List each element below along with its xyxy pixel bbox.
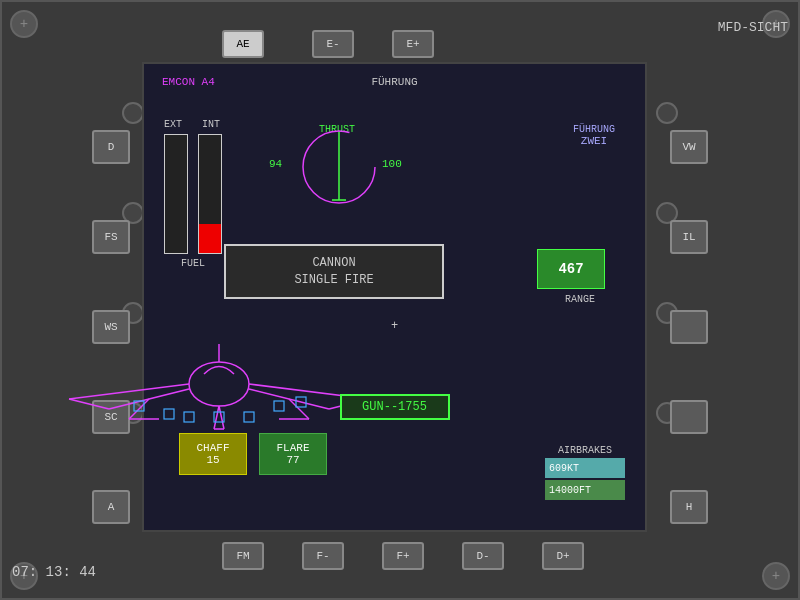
thrust-area: 94 THRUST 100 <box>264 112 414 217</box>
btn-r3[interactable] <box>670 310 708 344</box>
flare-value: 77 <box>286 454 299 466</box>
svg-line-7 <box>69 384 189 399</box>
thrust-svg: 94 THRUST 100 <box>264 112 414 212</box>
chaff-value: 15 <box>206 454 219 466</box>
chaff-box: CHAFF 15 <box>179 433 247 475</box>
emcon-label: EMCON A4 <box>162 76 215 88</box>
alt-box: 14000FT <box>545 480 625 500</box>
fuel-gauge-int <box>198 134 222 254</box>
altitude-value: 14000FT <box>549 485 591 496</box>
range-box: 467 <box>537 249 605 289</box>
svg-line-18 <box>214 406 219 429</box>
btn-d[interactable]: D <box>92 130 130 164</box>
screw-br <box>762 562 790 590</box>
fuel-gauges <box>164 134 222 254</box>
speed-value: 609KT <box>549 463 579 474</box>
svg-rect-25 <box>244 412 254 422</box>
fuhrung-top-label: FÜHRUNG <box>371 76 417 88</box>
chaff-label: CHAFF <box>196 442 229 454</box>
btn-r4[interactable] <box>670 400 708 434</box>
btn-ae[interactable]: AE <box>222 30 264 58</box>
flare-box: FLARE 77 <box>259 433 327 475</box>
btn-fminus[interactable]: F- <box>302 542 344 570</box>
svg-text:94: 94 <box>269 158 283 170</box>
btn-h[interactable]: H <box>670 490 708 524</box>
fuel-fill-red <box>199 224 221 254</box>
fuhrung-right-value: ZWEI <box>573 135 615 147</box>
fuel-area: EXT INT FUEL <box>164 119 222 269</box>
range-value: 467 <box>558 261 583 277</box>
screw-tl <box>10 10 38 38</box>
int-label: INT <box>202 119 220 130</box>
aircraft-svg <box>49 329 389 449</box>
cannon-box: CANNON SINGLE FIRE <box>224 244 444 299</box>
btn-il[interactable]: IL <box>670 220 708 254</box>
cannon-line1: CANNON <box>312 256 355 270</box>
fuhrung-right: FÜHRUNG ZWEI <box>573 124 615 147</box>
btn-dminus[interactable]: D- <box>462 542 504 570</box>
speed-box: 609KT <box>545 458 625 478</box>
crosshair: + <box>388 319 402 333</box>
fuel-labels: EXT INT <box>164 119 222 130</box>
btn-fs[interactable]: FS <box>92 220 130 254</box>
clock-display: 07: 13: 44 <box>12 564 96 580</box>
btn-a[interactable]: A <box>92 490 130 524</box>
bezel: MFD-SICHT 07: 13: 44 AE E- E+ D FS WS SC… <box>0 0 800 600</box>
screen-content: EMCON A4 FÜHRUNG EXT INT FUEL <box>144 64 645 530</box>
btn-eminus[interactable]: E- <box>312 30 354 58</box>
airbrakes-area: AIRBRAKES 609KT 14000FT <box>545 445 625 500</box>
mfd-title: MFD-SICHT <box>718 20 788 35</box>
gun-box: GUN--1755 <box>340 394 450 420</box>
fuhrung-right-label: FÜHRUNG <box>573 124 615 135</box>
svg-text:100: 100 <box>382 158 402 170</box>
cannon-line2: SINGLE FIRE <box>294 273 373 287</box>
flare-label: FLARE <box>276 442 309 454</box>
svg-point-6 <box>189 362 249 406</box>
bezel-circle <box>122 102 144 124</box>
bezel-circle <box>656 102 678 124</box>
svg-rect-22 <box>164 409 174 419</box>
svg-rect-26 <box>274 401 284 411</box>
btn-dplus[interactable]: D+ <box>542 542 584 570</box>
airbrakes-label: AIRBRAKES <box>545 445 625 456</box>
fuel-gauge-ext <box>164 134 188 254</box>
btn-fm[interactable]: FM <box>222 542 264 570</box>
range-label: RANGE <box>565 294 595 305</box>
fuel-bottom-label: FUEL <box>164 258 222 269</box>
cannon-text: CANNON SINGLE FIRE <box>294 255 373 289</box>
btn-eplus[interactable]: E+ <box>392 30 434 58</box>
svg-rect-23 <box>184 412 194 422</box>
svg-line-20 <box>219 406 224 429</box>
gun-text: GUN--1755 <box>362 400 427 414</box>
btn-fplus[interactable]: F+ <box>382 542 424 570</box>
mfd-screen: EMCON A4 FÜHRUNG EXT INT FUEL <box>142 62 647 532</box>
ext-label: EXT <box>164 119 182 130</box>
svg-line-8 <box>69 399 109 409</box>
btn-vw[interactable]: VW <box>670 130 708 164</box>
